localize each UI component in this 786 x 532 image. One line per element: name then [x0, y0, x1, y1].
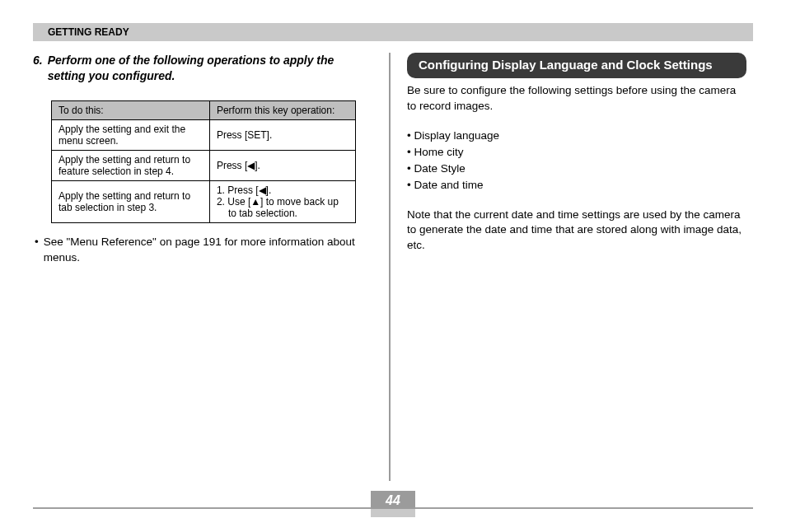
config-section-title: Configuring Display Language and Clock S…	[407, 53, 746, 78]
table-row: Apply the setting and return to feature …	[52, 150, 356, 180]
operations-table: To do this: Perform this key operation: …	[51, 100, 356, 223]
op-substep: 2. Use [▲] to move back up to tab select…	[217, 196, 349, 219]
op-substep: 1. Press [◀].	[217, 184, 349, 196]
left-note: • See "Menu Reference" on page 191 for m…	[33, 235, 372, 266]
op-cell: Press [SET].	[209, 119, 355, 150]
table-row: Apply the setting and exit the menu scre…	[52, 119, 356, 150]
list-item: Date and time	[407, 177, 746, 194]
step-instruction: Perform one of the following operations …	[48, 53, 372, 84]
footer-rule: 44	[33, 507, 753, 509]
list-item: Date Style	[407, 161, 746, 177]
settings-list: Display language Home city Date Style Da…	[407, 128, 746, 194]
step-6: 6. Perform one of the following operatio…	[33, 53, 372, 84]
table-header-row: To do this: Perform this key operation:	[52, 100, 356, 119]
note-paragraph: Note that the current date and time sett…	[407, 208, 746, 254]
table-row: Apply the setting and return to tab sele…	[52, 180, 356, 222]
action-cell: Apply the setting and return to feature …	[52, 150, 210, 180]
bullet-icon: •	[35, 235, 39, 266]
page-number: 44	[371, 491, 415, 511]
intro-paragraph: Be sure to configure the following setti…	[407, 83, 746, 114]
page-container: GETTING READY 6. Perform one of the foll…	[0, 0, 786, 532]
list-item: Display language	[407, 128, 746, 144]
op-cell: Press [◀].	[209, 150, 355, 180]
two-column-layout: 6. Perform one of the following operatio…	[33, 53, 753, 481]
section-header: GETTING READY	[33, 23, 753, 41]
page-footer: 44	[33, 507, 753, 509]
left-column: 6. Perform one of the following operatio…	[33, 53, 389, 481]
col-header-operation: Perform this key operation:	[209, 100, 355, 119]
list-item: Home city	[407, 144, 746, 161]
right-column: Configuring Display Language and Clock S…	[391, 53, 746, 481]
footer-tab	[371, 509, 415, 517]
action-cell: Apply the setting and exit the menu scre…	[52, 119, 210, 150]
step-number: 6.	[33, 53, 43, 84]
op-cell: 1. Press [◀]. 2. Use [▲] to move back up…	[209, 180, 355, 222]
action-cell: Apply the setting and return to tab sele…	[52, 180, 210, 222]
left-note-text: See "Menu Reference" on page 191 for mor…	[44, 235, 372, 266]
col-header-action: To do this:	[52, 100, 210, 119]
